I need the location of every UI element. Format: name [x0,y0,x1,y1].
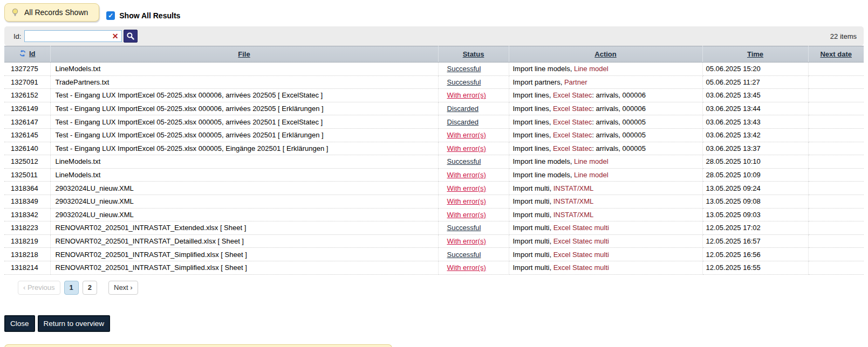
page-button-1[interactable]: 1 [64,281,79,295]
table-row: 1326145Test - Eingang LUX ImportExcel 05… [4,128,864,142]
cell-action: Import multi, INSTAT/XML [509,182,702,195]
status-link[interactable]: With error(s) [447,237,486,245]
all-records-banner: All Records Shown [4,3,99,22]
cell-action: Import multi, INSTAT/XML [509,208,702,221]
filter-bar: Id: ✕ 22 items [4,26,864,46]
action-highlight: Excel Statec [553,118,592,126]
search-button[interactable] [124,30,138,43]
status-link[interactable]: Successful [447,224,481,232]
status-link[interactable]: With error(s) [447,131,486,139]
table-row: 1327275LineModels.txtSuccessfulImport li… [4,63,864,76]
cell-file: RENOVART02_202501_INTRASTAT_Simplified.x… [50,261,438,274]
cell-next-date [808,234,864,248]
cell-action: Import lines, Excel Statec: arrivals, 00… [509,115,702,129]
column-header-time[interactable]: Time [702,46,808,63]
cell-next-date [808,261,864,274]
action-prefix: Import multi, [513,237,553,245]
status-link[interactable]: Successful [447,78,481,86]
status-link[interactable]: With error(s) [447,171,486,179]
status-link[interactable]: With error(s) [447,197,486,205]
cell-file: 29032024LU_nieuw.XML [50,208,438,221]
table-row: 1318214RENOVART02_202501_INTRASTAT_Simpl… [4,261,864,274]
table-row: 1325011LineModels.txtWith error(s)Import… [4,168,864,182]
column-header-next-date[interactable]: Next date [808,46,864,63]
action-suffix: : arrivals, 000005 [592,118,646,126]
column-header-status[interactable]: Status [438,46,509,63]
action-prefix: Import lines, [513,91,553,99]
checkbox-check-icon[interactable]: ✓ [106,11,115,20]
table-row: 1326149Test - Eingang LUX ImportExcel 05… [4,102,864,115]
action-highlight: INSTAT/XML [553,211,594,219]
close-button[interactable]: Close [4,315,35,332]
status-link[interactable]: With error(s) [447,263,486,272]
cell-action: Import multi, Excel Statec multi [509,261,702,274]
cell-action: Import line models, Line model [509,168,702,182]
cell-next-date [808,115,864,129]
column-label-action: Action [594,50,616,58]
status-link[interactable]: Discarded [447,118,479,126]
action-highlight: Excel Statec [553,144,592,152]
cell-status: Discarded [438,115,509,129]
action-highlight: INSTAT/XML [553,184,594,192]
table-row: 1325012LineModels.txtSuccessfulImport li… [4,155,864,169]
cell-id: 1318214 [4,261,50,274]
status-link[interactable]: With error(s) [447,144,486,152]
column-label-id: Id [29,50,36,58]
cell-file: LineModels.txt [50,168,438,182]
show-all-results-label: Show All Results [119,11,180,20]
action-highlight: Line model [574,65,609,73]
column-label-status: Status [463,50,484,58]
status-link[interactable]: Successful [447,157,481,165]
status-link[interactable]: With error(s) [447,91,486,99]
column-header-action[interactable]: Action [509,46,702,63]
action-prefix: Import multi, [513,251,553,259]
cell-file: RENOVART02_202501_INTRASTAT_Simplified.x… [50,248,438,261]
action-highlight: Excel Statec multi [553,224,609,232]
status-link[interactable]: Successful [447,251,481,259]
search-icon [126,32,135,40]
cell-action: Import multi, Excel Statec multi [509,234,702,248]
cell-status: Successful [438,155,509,169]
action-suffix: : arrivals, 000005 [592,144,646,152]
cell-status: With error(s) [438,142,509,155]
cell-time: 12.05.2025 17:02 [702,221,808,235]
sort-refresh-icon[interactable] [19,50,26,57]
action-prefix: Import multi, [513,224,553,232]
cell-time: 13.05.2025 09:08 [702,195,808,208]
next-page-button[interactable]: Next › [108,281,138,295]
status-link[interactable]: With error(s) [447,211,486,219]
cell-next-date [808,128,864,142]
cell-time: 28.05.2025 10:09 [702,168,808,182]
table-header-row: Id File Status Action Time Next date [4,46,864,63]
column-header-file[interactable]: File [50,46,438,63]
action-highlight: Partner [564,78,587,86]
cell-time: 03.06.2025 13:43 [702,115,808,129]
cell-id: 1326140 [4,142,50,155]
cell-file: TradePartners.txt [50,75,438,89]
clear-input-icon[interactable]: ✕ [109,32,122,40]
records-table: Id File Status Action Time Next date 132… [4,46,864,275]
status-link[interactable]: With error(s) [447,184,486,192]
cell-id: 1318218 [4,248,50,261]
pagination: ‹ Previous 1 2 Next › [18,281,864,295]
status-link[interactable]: Discarded [447,105,479,113]
footer-buttons: Close Return to overview [4,315,864,332]
cell-action: Import lines, Excel Statec: arrivals, 00… [509,102,702,115]
status-link[interactable]: Successful [447,65,481,73]
page-button-2[interactable]: 2 [83,281,97,295]
return-to-overview-button[interactable]: Return to overview [38,315,111,332]
cell-file: Test - Eingang LUX ImportExcel 05-2025.x… [50,115,438,129]
id-search-input[interactable] [25,32,108,40]
cell-status: With error(s) [438,168,509,182]
previous-page-button[interactable]: ‹ Previous [18,281,60,295]
show-all-results-checkbox[interactable]: ✓ Show All Results [106,11,180,20]
action-prefix: Import line models, [513,171,574,179]
cell-id: 1327275 [4,63,50,76]
column-header-id[interactable]: Id [4,46,50,63]
cell-file: Test - Eingang LUX ImportExcel 05-2025.x… [50,128,438,142]
cell-file: LineModels.txt [50,155,438,169]
cell-status: Successful [438,221,509,235]
cell-time: 12.05.2025 16:55 [702,261,808,274]
cell-status: With error(s) [438,195,509,208]
bottom-panel-strip [4,344,392,347]
